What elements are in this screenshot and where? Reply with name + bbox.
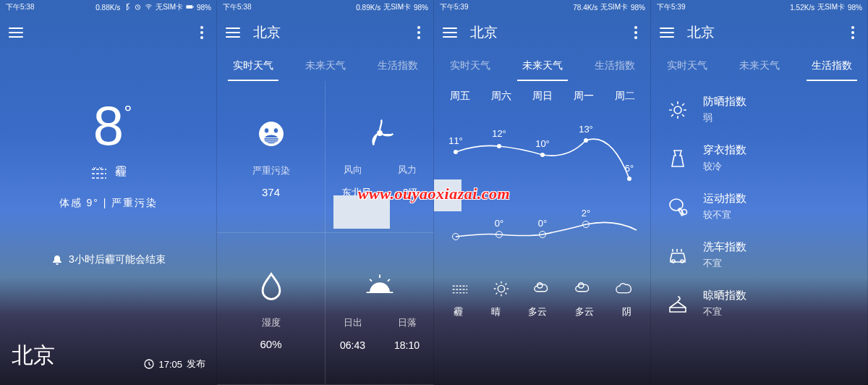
svg-point-13 xyxy=(674,106,681,114)
svg-point-17 xyxy=(672,260,675,263)
svg-point-9 xyxy=(378,131,382,135)
screen-life: 下午5:39 1.52K/s无SIM卡98% 北京 实时天气 未来天气 生活指数… xyxy=(651,0,868,385)
svg-rect-3 xyxy=(193,6,194,8)
overflow-button[interactable] xyxy=(846,26,859,39)
svg-point-7 xyxy=(273,128,278,133)
tab-realtime[interactable]: 实时天气 xyxy=(217,51,289,81)
dress-icon xyxy=(665,146,690,171)
alert-row[interactable]: 3小时后霾可能会结束 xyxy=(51,253,166,266)
menu-button[interactable] xyxy=(443,28,457,38)
tabs: 实时天气 未来天气 生活指数 xyxy=(651,51,868,81)
bell-icon xyxy=(51,254,63,266)
tab-realtime[interactable]: 实时天气 xyxy=(651,51,723,81)
wifi-icon xyxy=(145,3,153,12)
current-temp: 8° xyxy=(93,94,124,157)
screen-forecast: 下午5:39 78.4K/s无SIM卡98% 北京 实时天气 未来天气 生活指数… xyxy=(434,0,651,385)
svg-rect-2 xyxy=(186,5,192,9)
svg-point-8 xyxy=(263,135,278,144)
tab-life[interactable]: 生活指数 xyxy=(796,51,868,81)
tab-forecast[interactable]: 未来天气 xyxy=(723,51,796,81)
tab-life[interactable]: 生活指数 xyxy=(579,51,651,81)
status-bar: 下午5:39 1.52K/s无SIM卡98% xyxy=(651,0,868,14)
svg-point-6 xyxy=(264,128,268,133)
life-item-drying[interactable]: 晾晒指数不宜 xyxy=(651,279,868,328)
city-name: 北京 xyxy=(12,341,55,371)
status-sim: 无SIM卡 xyxy=(156,2,183,12)
status-bar: 下午5:38 0.88K/s 无SIM卡 98% xyxy=(0,0,217,14)
forecast-icons xyxy=(434,275,651,301)
tab-life[interactable]: 生活指数 xyxy=(362,51,434,81)
drop-icon xyxy=(255,267,287,305)
page-title: 北京 xyxy=(470,23,498,42)
cell-humidity[interactable]: 湿度 60% xyxy=(217,233,326,385)
haze-icon xyxy=(90,165,108,179)
hanger-icon xyxy=(665,292,690,316)
cloud-icon xyxy=(574,279,593,298)
status-bar: 下午5:38 0.89K/s无SIM卡98% xyxy=(217,0,434,14)
life-item-carwash[interactable]: 洗车指数不宜 xyxy=(651,231,868,279)
tabs: 实时天气 未来天气 生活指数 xyxy=(434,51,651,81)
menu-button[interactable] xyxy=(226,28,240,38)
car-icon xyxy=(665,243,690,268)
cell-sun[interactable]: 日出日落 06:4318:10 xyxy=(326,233,434,385)
overflow-button[interactable] xyxy=(412,26,425,39)
paddle-icon xyxy=(665,195,690,219)
forecast-days: 周五周六周日周一周二 xyxy=(434,81,651,110)
svg-point-10 xyxy=(498,285,505,292)
menu-button[interactable] xyxy=(660,28,674,38)
life-item-sport[interactable]: 运动指数较不宜 xyxy=(651,182,868,231)
status-bar: 下午5:39 78.4K/s无SIM卡98% xyxy=(434,0,651,14)
haze-icon xyxy=(451,279,469,298)
svg-point-18 xyxy=(681,260,684,263)
tab-forecast[interactable]: 未来天气 xyxy=(289,51,362,81)
alarm-icon xyxy=(134,3,142,12)
cell-aqi[interactable]: 严重污染 374 xyxy=(217,81,326,233)
bluetooth-icon xyxy=(123,3,131,12)
status-time: 下午5:38 xyxy=(6,2,34,12)
overcast-icon xyxy=(616,279,634,298)
condition-row: 霾 xyxy=(90,164,127,179)
publish-time: 17:05 发布 xyxy=(144,358,205,371)
sun-icon xyxy=(665,98,690,122)
overflow-button[interactable] xyxy=(195,26,208,39)
clock-icon xyxy=(144,359,154,369)
svg-point-1 xyxy=(148,8,149,9)
status-batt: 98% xyxy=(197,4,211,12)
tab-realtime[interactable]: 实时天气 xyxy=(434,51,506,81)
page-title: 北京 xyxy=(687,23,715,42)
status-net: 0.88K/s xyxy=(95,4,120,12)
screen-realtime: 下午5:38 0.89K/s无SIM卡98% 北京 实时天气 未来天气 生活指数… xyxy=(217,0,434,385)
tab-forecast[interactable]: 未来天气 xyxy=(506,51,579,81)
tabs: 实时天气 未来天气 生活指数 xyxy=(217,51,434,81)
life-item-clothing[interactable]: 穿衣指数较冷 xyxy=(651,134,868,182)
temp-curves: 11° 12° 10° 13° 6° 0° 0° 2° xyxy=(434,110,651,262)
sun-icon xyxy=(492,279,511,298)
life-item-uv[interactable]: 防晒指数弱 xyxy=(651,85,868,134)
overflow-button[interactable] xyxy=(629,26,642,39)
battery-icon xyxy=(186,3,194,12)
menu-button[interactable] xyxy=(9,28,23,38)
cloud-icon xyxy=(533,279,552,298)
fan-icon xyxy=(364,114,396,152)
life-index-list: 防晒指数弱 穿衣指数较冷 运动指数较不宜 洗车指数不宜 晾晒指数不宜 xyxy=(651,81,868,332)
mask-icon xyxy=(255,115,287,153)
forecast-names: 霾晴多云多云阴 xyxy=(434,301,651,323)
feels-row: 体感 9° | 严重污染 xyxy=(59,197,158,210)
screen-home: 下午5:38 0.88K/s 无SIM卡 98% 8° 霾 体感 9° | 严重… xyxy=(0,0,217,385)
page-title: 北京 xyxy=(253,23,281,42)
sunrise-icon xyxy=(364,267,396,305)
